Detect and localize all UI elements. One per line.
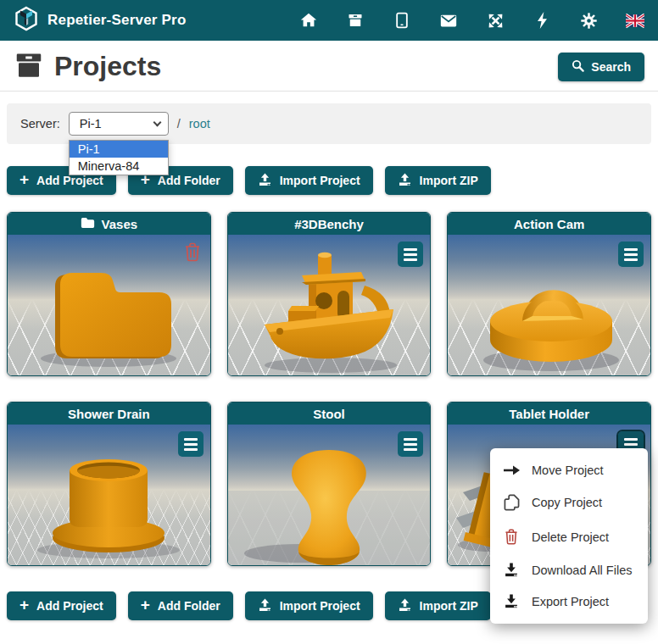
messages-icon[interactable] <box>439 11 458 30</box>
add-project-label: Add Project <box>36 174 103 187</box>
top-navbar: Repetier-Server Pro <box>0 0 658 41</box>
import-project-button[interactable]: Import Project <box>245 591 373 620</box>
project-card-3dbenchy[interactable]: #3DBenchy <box>227 212 432 376</box>
card-title: Action Cam <box>514 217 584 231</box>
card-preview[interactable] <box>228 425 431 565</box>
plus-icon <box>20 601 29 611</box>
copy-icon <box>502 494 521 511</box>
language-flag-icon[interactable] <box>626 11 644 30</box>
card-preview[interactable] <box>8 425 210 565</box>
plus-icon <box>141 601 150 611</box>
card-title: Shower Drain <box>68 407 150 421</box>
upload-icon <box>258 173 272 189</box>
project-card-stool[interactable]: Stool <box>227 402 432 566</box>
menu-item-copy-project[interactable]: Copy Project <box>490 486 648 519</box>
stool-model <box>236 435 422 565</box>
arrow-right-icon <box>502 465 521 475</box>
card-menu-button[interactable] <box>618 242 644 267</box>
card-header: Action Cam <box>448 213 650 235</box>
menu-item-label: Move Project <box>532 464 604 477</box>
plus-icon <box>141 175 150 186</box>
search-button-label: Search <box>591 60 631 74</box>
project-context-menu: Move Project Copy Project Delete Project… <box>490 448 648 624</box>
server-select-dropdown: Pi-1 Minerva-84 <box>69 140 169 175</box>
card-header: Vases <box>8 213 210 235</box>
add-folder-button[interactable]: Add Folder <box>128 591 233 620</box>
card-menu-button[interactable] <box>178 431 204 457</box>
card-header: Stool <box>228 402 431 425</box>
card-header: #3DBenchy <box>228 213 431 235</box>
import-zip-button[interactable]: Import ZIP <box>385 166 491 195</box>
add-folder-label: Add Folder <box>158 174 220 187</box>
touchscreen-icon[interactable] <box>393 11 411 30</box>
card-title: Tablet Holder <box>509 407 589 421</box>
folder-model <box>20 247 198 375</box>
card-preview[interactable] <box>448 235 650 375</box>
import-zip-label: Import ZIP <box>420 599 478 613</box>
app-logo-icon <box>14 6 39 35</box>
server-option-pi1[interactable]: Pi-1 <box>70 141 168 158</box>
download-icon <box>502 594 521 608</box>
projects-page-icon <box>14 50 44 84</box>
server-select[interactable]: Pi-1 <box>69 112 169 136</box>
card-title: Vases <box>102 217 138 231</box>
upload-icon <box>398 598 412 614</box>
menu-item-delete-project[interactable]: Delete Project <box>490 519 648 554</box>
search-icon <box>572 59 584 75</box>
search-button[interactable]: Search <box>558 53 644 81</box>
settings-icon[interactable] <box>579 11 598 30</box>
project-card-action-cam[interactable]: Action Cam <box>447 212 651 376</box>
menu-item-label: Delete Project <box>532 530 609 544</box>
import-zip-button[interactable]: Import ZIP <box>385 591 491 620</box>
add-folder-label: Add Folder <box>158 599 220 613</box>
projects-icon[interactable] <box>346 11 365 30</box>
menu-item-export-project[interactable]: Export Project <box>490 586 648 617</box>
page-header: Projects Search <box>0 41 658 92</box>
menu-item-download-all-files[interactable]: Download All Files <box>490 554 648 586</box>
page-title: Projects <box>54 51 161 82</box>
menu-item-label: Copy Project <box>532 496 602 509</box>
project-card-shower-drain[interactable]: Shower Drain <box>7 402 211 566</box>
add-project-label: Add Project <box>36 599 103 613</box>
server-bar: Server: Pi-1 Pi-1 Minerva-84 / root <box>7 103 651 144</box>
menu-item-label: Export Project <box>532 595 609 608</box>
home-icon[interactable] <box>299 11 318 30</box>
action-cam-model <box>456 247 643 375</box>
plus-icon <box>20 175 29 186</box>
card-title: #3DBenchy <box>294 217 364 231</box>
card-menu-button[interactable] <box>398 431 423 457</box>
brand-link[interactable]: Repetier-Server Pro <box>14 6 186 35</box>
import-project-label: Import Project <box>280 174 360 187</box>
import-project-label: Import Project <box>280 599 360 613</box>
card-menu-button[interactable] <box>398 242 423 267</box>
card-preview[interactable] <box>8 235 210 375</box>
menu-item-move-project[interactable]: Move Project <box>490 455 648 486</box>
server-label: Server: <box>20 117 60 130</box>
delete-folder-icon[interactable] <box>183 242 202 266</box>
import-project-button[interactable]: Import Project <box>245 166 373 195</box>
folder-icon <box>81 217 95 231</box>
card-preview[interactable] <box>228 235 431 375</box>
card-header: Tablet Holder <box>448 402 650 425</box>
server-option-minerva84[interactable]: Minerva-84 <box>70 158 168 175</box>
download-icon <box>502 563 521 577</box>
shower-drain-model <box>15 436 202 565</box>
import-zip-label: Import ZIP <box>420 174 478 187</box>
project-card-vases[interactable]: Vases <box>7 212 211 376</box>
card-title: Stool <box>313 407 345 421</box>
upload-icon <box>258 598 272 614</box>
breadcrumb-root-link[interactable]: root <box>189 117 210 130</box>
bolt-icon[interactable] <box>533 11 551 30</box>
benchy-model <box>236 247 422 375</box>
navbar-icons <box>299 11 644 30</box>
brand-title: Repetier-Server Pro <box>47 12 186 29</box>
server-select-value: Pi-1 <box>80 117 102 130</box>
trash-icon <box>502 528 521 546</box>
add-project-button[interactable]: Add Project <box>7 591 116 620</box>
menu-item-label: Download All Files <box>532 564 632 577</box>
breadcrumb-separator: / <box>177 117 181 130</box>
chevron-down-icon <box>153 119 161 127</box>
expand-icon[interactable] <box>486 11 505 30</box>
upload-icon <box>398 173 412 189</box>
card-header: Shower Drain <box>8 402 210 425</box>
